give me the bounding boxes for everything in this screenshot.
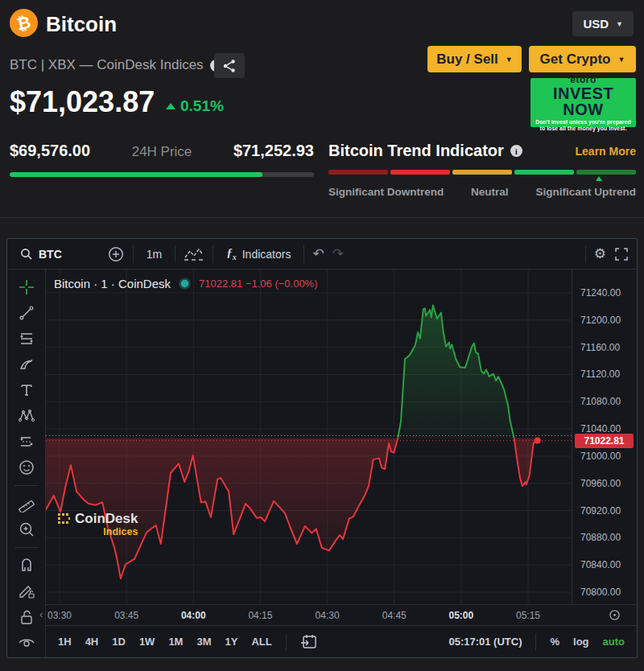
price-tick-label: 71040.00 [580, 423, 621, 434]
emoji-tool-icon[interactable] [18, 459, 35, 476]
range-button[interactable]: 3M [196, 636, 211, 648]
share-button[interactable] [214, 53, 245, 78]
fullscreen-icon[interactable] [614, 247, 629, 261]
trend-indicator: Bitcoin Trend Indicator i Learn More Sig… [328, 142, 636, 198]
trend-title: Bitcoin Trend Indicator [328, 142, 504, 160]
indicators-label: Indicators [242, 248, 291, 261]
settings-gear-icon[interactable]: ⚙ [594, 245, 606, 262]
magnet-tool-icon[interactable] [18, 557, 35, 574]
price-axis[interactable]: 71022.81 70800.0070840.0070880.0070920.0… [572, 270, 637, 604]
zoom-in-tool-icon[interactable] [18, 521, 35, 538]
compare-add-icon[interactable] [107, 245, 125, 263]
time-tick-label: 05:15 [516, 610, 540, 621]
status-dot-icon[interactable] [179, 278, 191, 290]
chevron-down-icon: ▼ [616, 20, 623, 28]
time-tick-label: 04:30 [316, 610, 340, 621]
buy-sell-button[interactable]: Buy / Sell ▼ [427, 46, 522, 72]
trend-label-neutral: Neutral [471, 186, 509, 198]
range-button[interactable]: 1Y [225, 636, 238, 648]
chart-plot-area[interactable]: Bitcoin · 1 · CoinDesk 71022.81 −1.06 (−… [46, 270, 572, 604]
price-tick-label: 71240.00 [580, 287, 621, 298]
header-divider [0, 217, 644, 218]
trend-label-uptrend: Significant Uptrend [535, 186, 636, 198]
price-tick-label: 71200.00 [580, 315, 621, 326]
price-scale-settings-icon[interactable] [609, 609, 621, 621]
drawing-toolbar [7, 270, 46, 657]
indicators-button[interactable]: ƒx Indicators [221, 246, 295, 261]
fib-retracement-tool-icon[interactable] [18, 330, 35, 348]
range-button[interactable]: 1D [112, 636, 126, 648]
chart-type-icon[interactable] [184, 246, 204, 262]
lock-all-tool-icon[interactable] [18, 608, 35, 626]
interval-button[interactable]: 1m [142, 248, 167, 261]
price-tick-label: 70800.00 [580, 587, 621, 598]
time-tick-label: 05:00 [449, 610, 474, 621]
info-icon[interactable]: i [510, 145, 522, 157]
time-axis[interactable]: ‹ 03:3003:4504:0004:1504:3004:4505:0005:… [46, 604, 637, 625]
range-button[interactable]: 1W [139, 636, 155, 648]
trend-line-tool-icon[interactable] [18, 304, 35, 322]
time-tick-label: 03:45 [114, 610, 138, 621]
price-tick-label: 70960.00 [580, 478, 621, 489]
search-icon [20, 248, 33, 261]
symbol-subtitle: BTC | XBX — CoinDesk Indices [10, 57, 204, 73]
time-tick-label: 04:15 [248, 610, 272, 621]
price-tick-label: 71000.00 [580, 451, 621, 462]
percent-scale-button[interactable]: % [550, 636, 559, 648]
time-tick-label: 04:00 [181, 610, 206, 621]
etoro-ad-banner[interactable]: ‘etoro’ INVEST NOW Don't invest unless y… [530, 78, 636, 127]
coindesk-logo-icon [57, 513, 71, 526]
price-change-pct: 0.51% [180, 97, 224, 115]
price-change: 0.51% [166, 97, 224, 115]
range-24h: $69,576.00 24H Price $71,252.93 [10, 142, 314, 177]
drawing-lock-tool-icon[interactable] [18, 582, 35, 600]
symbol-breadcrumb: BTC | XBX — CoinDesk Indices i [10, 57, 222, 73]
redo-button[interactable]: ↷ [332, 245, 344, 262]
range-button[interactable]: 1M [168, 636, 183, 648]
position-tool-icon[interactable] [18, 433, 35, 451]
range-high: $71,252.93 [233, 142, 314, 160]
price-tick-label: 71160.00 [580, 342, 620, 353]
chart-legend: Bitcoin · 1 · CoinDesk 71022.81 −1.06 (−… [54, 277, 318, 290]
range-low: $69,576.00 [10, 142, 90, 160]
text-tool-icon[interactable] [18, 381, 35, 399]
ad-headline: INVEST NOW [530, 85, 636, 117]
price-tick-label: 71080.00 [580, 396, 621, 407]
interval-label: 1m [147, 248, 162, 261]
learn-more-link[interactable]: Learn More [576, 145, 636, 158]
symbol-label: BTC [39, 248, 62, 261]
currency-label: USD [583, 17, 609, 31]
price-tick-label: 71120.00 [580, 368, 620, 380]
ad-disclaimer: Don't invest unless you're prepared to l… [535, 119, 630, 132]
up-arrow-icon [166, 103, 175, 109]
price-tick-label: 70920.00 [580, 505, 621, 517]
range-progress-fill [10, 172, 262, 177]
chart-toolbar: BTC 1m ƒx Indicators ↶ ↷ ⚙ [7, 239, 637, 270]
range-button[interactable]: 4H [85, 636, 99, 648]
price-tick-label: 70880.00 [580, 532, 621, 543]
crosshair-tool-icon[interactable] [18, 278, 35, 296]
undo-button[interactable]: ↶ [312, 245, 324, 262]
get-crypto-label: Get Crypto [540, 51, 611, 68]
price-line-chart [46, 270, 572, 604]
get-crypto-button[interactable]: Get Crypto ▼ [529, 46, 636, 72]
range-button[interactable]: 1H [58, 636, 72, 648]
log-scale-button[interactable]: log [573, 636, 589, 648]
legend-title: Bitcoin · 1 · CoinDesk [54, 277, 171, 290]
go-to-date-icon[interactable] [300, 634, 318, 650]
chart-widget: BTC 1m ƒx Indicators ↶ ↷ ⚙ [6, 238, 638, 658]
range-progress-bar [10, 172, 314, 177]
brush-tool-icon[interactable] [18, 356, 35, 373]
measure-ruler-tool-icon[interactable] [18, 495, 35, 513]
currency-dropdown[interactable]: USD ▼ [572, 11, 634, 36]
range-button[interactable]: ALL [251, 636, 271, 648]
etoro-brand: ‘etoro’ [567, 74, 599, 85]
symbol-search-button[interactable]: BTC [15, 248, 67, 261]
xabcd-pattern-tool-icon[interactable] [18, 407, 35, 425]
auto-scale-button[interactable]: auto [603, 636, 625, 648]
clock-utc[interactable]: 05:17:01 (UTC) [448, 636, 522, 648]
collapse-toolbar-icon[interactable]: ‹ [39, 608, 43, 620]
hide-all-tool-icon[interactable] [18, 634, 35, 652]
bitcoin-logo-icon: ₿ [10, 9, 38, 37]
chevron-down-icon: ▼ [506, 56, 513, 64]
